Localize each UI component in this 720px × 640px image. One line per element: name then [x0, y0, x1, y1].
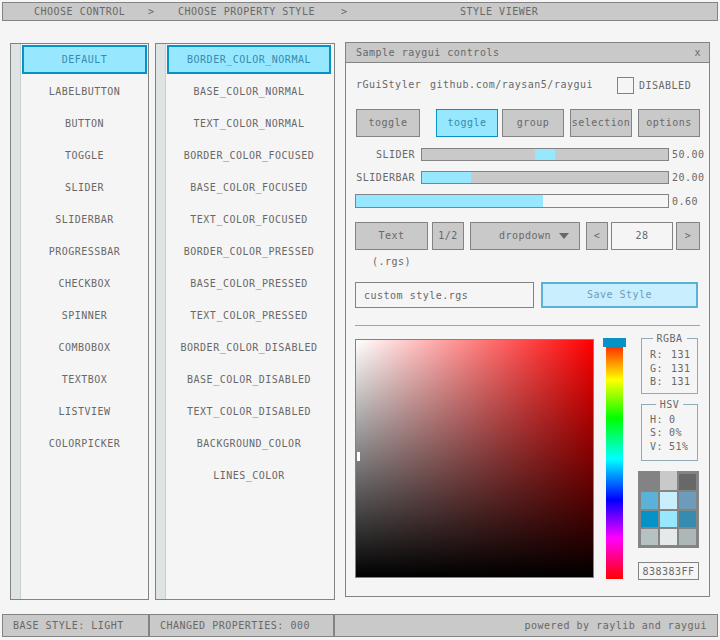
hsv-h-value: 0	[669, 414, 676, 426]
list-item-background-color[interactable]: BACKGROUND_COLOR	[167, 429, 331, 458]
hsv-s-value: 0%	[669, 427, 682, 439]
spinner-value[interactable]: 28	[611, 222, 673, 250]
breadcrumb-step-property: CHOOSE PROPERTY STYLE	[178, 3, 315, 20]
swatch-base-focused[interactable]	[660, 492, 677, 508]
list-item-listview[interactable]: LISTVIEW	[22, 397, 147, 426]
breadcrumb: CHOOSE CONTROL > CHOOSE PROPERTY STYLE >…	[2, 2, 718, 21]
properties-list-scrollbar[interactable]	[156, 44, 166, 599]
sample-controls-window: Sample raygui controls x rGuiStyler gith…	[345, 42, 710, 597]
breadcrumb-step-control: CHOOSE CONTROL	[34, 3, 125, 20]
list-item-text-color-normal[interactable]: TEXT_COLOR_NORMAL	[167, 109, 331, 138]
controls-list-panel: DEFAULT LABELBUTTON BUTTON TOGGLE SLIDER…	[10, 43, 149, 600]
progressbar	[355, 194, 669, 208]
toggle-group-item-options[interactable]: options	[638, 109, 700, 137]
swatch-border-disabled[interactable]	[641, 529, 658, 545]
list-item-textbox[interactable]: TEXTBOX	[22, 365, 147, 394]
color-saturation-value-panel[interactable]	[355, 339, 594, 578]
statusbar-base-style: BASE STYLE: LIGHT	[2, 614, 149, 637]
dropdown-label: dropdown	[499, 230, 551, 241]
swatch-base-normal[interactable]	[660, 471, 677, 490]
swatch-base-pressed[interactable]	[660, 511, 677, 527]
half-button[interactable]: 1/2	[432, 222, 464, 250]
list-item-base-color-pressed[interactable]: BASE_COLOR_PRESSED	[167, 269, 331, 298]
list-item-slider[interactable]: SLIDER	[22, 173, 147, 202]
window-title: Sample raygui controls	[356, 43, 499, 62]
swatch-base-disabled[interactable]	[660, 529, 677, 545]
controls-list-scrollbar[interactable]	[11, 44, 21, 599]
style-color-swatch-grid	[638, 471, 699, 548]
rgba-groupbox: RGBA R: 131 G: 131 B: 131	[641, 338, 698, 394]
rgba-g-value: 131	[671, 363, 691, 375]
list-item-sliderbar[interactable]: SLIDERBAR	[22, 205, 147, 234]
list-item-text-color-focused[interactable]: TEXT_COLOR_FOCUSED	[167, 205, 331, 234]
hue-bar[interactable]	[606, 339, 623, 579]
slider-handle[interactable]	[535, 149, 555, 160]
sliderbar[interactable]	[421, 171, 669, 184]
list-item-border-color-normal[interactable]: BORDER_COLOR_NORMAL	[167, 45, 331, 74]
list-item-lines-color[interactable]: LINES_COLOR	[167, 461, 331, 490]
list-item-button[interactable]: BUTTON	[22, 109, 147, 138]
color-panel-marker[interactable]	[357, 452, 360, 461]
swatch-border-pressed[interactable]	[641, 511, 658, 527]
breadcrumb-separator-icon: >	[341, 3, 348, 20]
chevron-down-icon	[559, 233, 569, 239]
list-item-toggle[interactable]: TOGGLE	[22, 141, 147, 170]
rgba-g-label: G:	[650, 363, 663, 375]
list-item-spinner[interactable]: SPINNER	[22, 301, 147, 330]
hue-bar-handle[interactable]	[603, 338, 626, 347]
list-item-combobox[interactable]: COMBOBOX	[22, 333, 147, 362]
breadcrumb-step-viewer: STYLE VIEWER	[460, 3, 538, 20]
swatch-border-normal[interactable]	[641, 474, 658, 490]
repo-link[interactable]: github.com/raysan5/raygui	[430, 78, 593, 92]
slider[interactable]	[421, 148, 669, 161]
hex-color-input[interactable]	[638, 562, 699, 580]
progressbar-fill	[356, 195, 543, 207]
toggle-group-item-toggle[interactable]: toggle	[436, 109, 498, 137]
swatch-text-normal[interactable]	[679, 474, 696, 490]
swatch-border-focused[interactable]	[641, 492, 658, 508]
slider-label: SLIDER	[346, 148, 415, 161]
list-item-border-color-focused[interactable]: BORDER_COLOR_FOCUSED	[167, 141, 331, 170]
spinner-increment-button[interactable]: >	[676, 222, 700, 250]
statusbar-changed-properties: CHANGED PROPERTIES: 000	[149, 614, 334, 637]
close-icon[interactable]: x	[694, 43, 701, 62]
list-item-colorpicker[interactable]: COLORPICKER	[22, 429, 147, 458]
window-titlebar[interactable]: Sample raygui controls x	[346, 43, 709, 63]
toggle-button[interactable]: toggle	[356, 109, 420, 137]
hsv-h-label: H:	[650, 414, 663, 426]
swatch-text-disabled[interactable]	[679, 529, 696, 545]
toggle-group-item-group[interactable]: group	[502, 109, 564, 137]
swatch-text-pressed[interactable]	[679, 511, 696, 527]
list-item-base-color-normal[interactable]: BASE_COLOR_NORMAL	[167, 77, 331, 106]
list-item-base-color-focused[interactable]: BASE_COLOR_FOCUSED	[167, 173, 331, 202]
rgba-r-value: 131	[671, 349, 691, 361]
disabled-checkbox[interactable]	[617, 77, 634, 94]
list-item-progressbar[interactable]: PROGRESSBAR	[22, 237, 147, 266]
text-rgs-button[interactable]: Text (.rgs)	[355, 222, 428, 250]
spinner-decrement-button[interactable]: <	[586, 222, 608, 250]
list-item-base-color-disabled[interactable]: BASE_COLOR_DISABLED	[167, 365, 331, 394]
sliderbar-label: SLIDERBAR	[346, 171, 415, 184]
statusbar-powered-by: powered by raylib and raygui	[334, 614, 718, 637]
breadcrumb-separator-icon: >	[148, 3, 155, 20]
rgba-b-label: B:	[650, 376, 663, 388]
list-item-border-color-disabled[interactable]: BORDER_COLOR_DISABLED	[167, 333, 331, 362]
list-item-text-color-pressed[interactable]: TEXT_COLOR_PRESSED	[167, 301, 331, 330]
progressbar-value: 0.60	[672, 195, 710, 208]
list-item-labelbutton[interactable]: LABELBUTTON	[22, 77, 147, 106]
dropdown[interactable]: dropdown	[470, 222, 580, 250]
toggle-group-item-selection[interactable]: selection	[570, 109, 632, 137]
app-name-label: rGuiStyler	[356, 78, 421, 92]
sliderbar-fill	[422, 172, 471, 183]
rgba-groupbox-title: RGBA	[652, 333, 686, 344]
list-item-border-color-pressed[interactable]: BORDER_COLOR_PRESSED	[167, 237, 331, 266]
list-item-text-color-disabled[interactable]: TEXT_COLOR_DISABLED	[167, 397, 331, 426]
slider-value: 50.00	[672, 148, 710, 161]
save-style-button[interactable]: Save Style	[541, 282, 698, 308]
list-item-checkbox[interactable]: CHECKBOX	[22, 269, 147, 298]
swatch-text-focused[interactable]	[679, 492, 696, 508]
separator-line	[355, 325, 700, 326]
hsv-groupbox: HSV H: 0 S: 0% V: 51%	[641, 404, 698, 461]
list-item-default[interactable]: DEFAULT	[22, 45, 147, 74]
style-filename-input[interactable]	[355, 282, 534, 308]
